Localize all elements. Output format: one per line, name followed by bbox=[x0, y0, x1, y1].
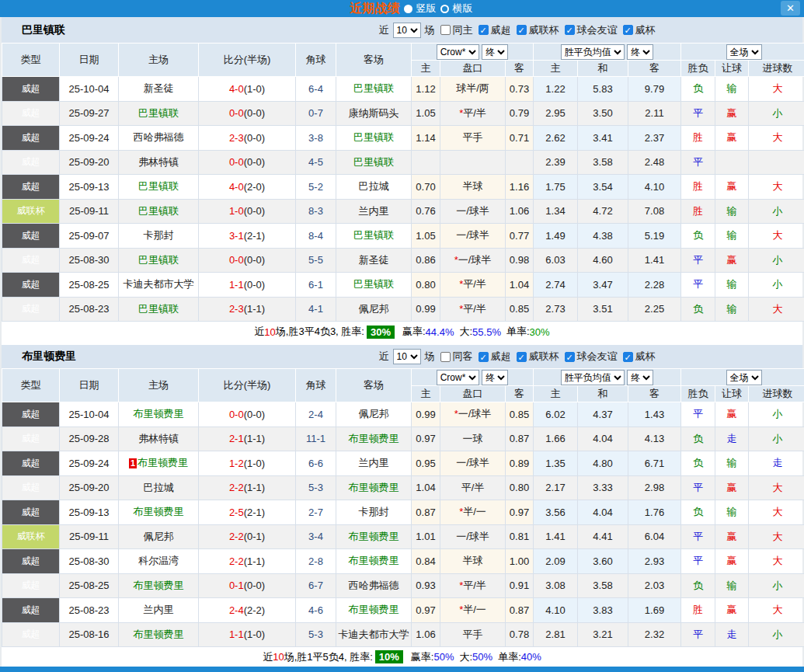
handicap-line: 球半/两 bbox=[456, 82, 489, 94]
red-card-badge: 1 bbox=[129, 458, 137, 468]
avg-draw: 3.58 bbox=[578, 573, 628, 598]
home-team: 布里顿费里 bbox=[119, 402, 199, 427]
fulltime-score: 2-2 bbox=[229, 531, 244, 542]
odds-away: 1.00 bbox=[506, 549, 534, 574]
league-label-friendly: 球会友谊 bbox=[577, 350, 618, 364]
league-checkbox-leaguecup[interactable]: ✓ bbox=[517, 25, 527, 35]
main-content: 巴里镇联 近 10 场 同主 ✓ 威超 ✓ 威联杯 ✓ 球会友谊 ✓ 威杯 类型 bbox=[2, 17, 802, 667]
league-checkbox-cup[interactable]: ✓ bbox=[623, 25, 633, 35]
close-icon[interactable]: ✕ bbox=[781, 1, 800, 16]
avg-away: 9.79 bbox=[628, 77, 681, 102]
result-goals: 大 bbox=[749, 475, 804, 500]
fulltime-score: 0-0 bbox=[229, 107, 244, 119]
score: 0-0(0-0) bbox=[199, 248, 296, 273]
away-team-name: 巴里镇联 bbox=[353, 278, 394, 290]
avg-type-select[interactable]: 胜平负均值 bbox=[561, 370, 625, 385]
team-name-2: 布里顿费里 bbox=[22, 350, 76, 364]
home-team-name: 布里顿费里 bbox=[134, 408, 184, 420]
radio-vertical[interactable] bbox=[404, 5, 412, 13]
fulltime-score: 4-0 bbox=[229, 181, 244, 193]
league-checkbox-cup[interactable]: ✓ bbox=[623, 352, 633, 362]
match-count-select[interactable]: 10 bbox=[393, 23, 421, 38]
league-checkbox-super[interactable]: ✓ bbox=[479, 25, 489, 35]
home-team-name: 巴里镇联 bbox=[138, 205, 179, 217]
odds-final-select[interactable]: 终 bbox=[482, 44, 508, 60]
odds-line: 一球 bbox=[440, 427, 506, 451]
score: 1-1(0-0) bbox=[199, 273, 296, 298]
result-goals: 小 bbox=[749, 573, 804, 598]
avg-draw: 5.83 bbox=[578, 77, 628, 102]
handicap-line: 半球 bbox=[463, 555, 483, 566]
odds-final-select[interactable]: 终 bbox=[482, 370, 508, 385]
odds-away: 0.87 bbox=[506, 598, 534, 623]
near-label: 近 bbox=[379, 350, 389, 364]
home-team: 卡迪夫都市大学 bbox=[119, 273, 199, 298]
score: 1-1(1-0) bbox=[199, 622, 296, 647]
matches-table-2: 类型 日期 主场 比分(半场) 角球 客场 Crow* 终 胜平负均值 终 全场 bbox=[2, 368, 804, 647]
home-team-name: 卡那封 bbox=[144, 229, 174, 241]
odds-away: 0.87 bbox=[506, 427, 534, 451]
league-label-leaguecup: 威联杯 bbox=[529, 23, 559, 37]
scope-select[interactable]: 全场 bbox=[726, 370, 762, 385]
fulltime-score: 2-2 bbox=[229, 555, 244, 567]
match-row: 威超25-09-28弗林特镇2-1(1-1)11-1布里顿费里0.97一球0.8… bbox=[2, 427, 804, 451]
match-row: 威超25-09-20弗林特镇0-0(0-0)4-5巴里镇联2.393.582.4… bbox=[2, 150, 804, 175]
away-team: 佩尼邦 bbox=[336, 402, 412, 427]
away-team: 布里顿费里 bbox=[336, 598, 412, 623]
win-rate-badge: 30% bbox=[367, 326, 395, 339]
match-row: 威超25-09-20巴拉城2-2(1-1)5-3布里顿费里1.04平/半0.80… bbox=[2, 475, 804, 500]
avg-draw: 4.04 bbox=[578, 500, 628, 525]
score: 0-1(0-0) bbox=[199, 573, 296, 598]
col-away: 客场 bbox=[336, 44, 412, 77]
odds-home: 0.97 bbox=[412, 598, 440, 623]
avg-final-select[interactable]: 终 bbox=[627, 370, 653, 385]
home-team-name: 巴里镇联 bbox=[138, 254, 179, 266]
fulltime-score: 1-2 bbox=[229, 458, 244, 469]
odds-away: 0.98 bbox=[506, 248, 534, 273]
same-venue-checkbox[interactable] bbox=[440, 352, 451, 362]
match-type: 威超 bbox=[2, 622, 60, 647]
away-team-name: 兰内里 bbox=[359, 205, 389, 217]
avg-home: 1.41 bbox=[534, 524, 578, 549]
fulltime-score: 0-0 bbox=[229, 409, 244, 420]
odds-company-select[interactable]: Crow* bbox=[437, 44, 479, 60]
away-team: 布里顿费里 bbox=[336, 524, 412, 549]
subcol-odds-line: 盘口 bbox=[440, 61, 506, 77]
odds-line: 一/球半 bbox=[440, 451, 506, 476]
handicap-line: 一/球半 bbox=[456, 229, 489, 241]
single-label: 单率: bbox=[506, 325, 530, 339]
scope-select[interactable]: 全场 bbox=[726, 44, 762, 60]
subcol-odds-home: 主 bbox=[412, 386, 440, 402]
result-goals bbox=[749, 150, 804, 175]
avg-away: 5.19 bbox=[628, 224, 681, 249]
league-checkbox-super[interactable]: ✓ bbox=[479, 352, 489, 362]
fulltime-score: 0-0 bbox=[229, 156, 244, 168]
avg-home: 1.49 bbox=[534, 224, 578, 249]
home-team-name: 巴里镇联 bbox=[138, 180, 179, 192]
same-venue-checkbox[interactable] bbox=[440, 25, 451, 35]
big-label: 大: bbox=[459, 325, 472, 339]
result-goals: 大 bbox=[749, 297, 804, 322]
radio-horizontal[interactable] bbox=[440, 5, 449, 13]
match-count-select[interactable]: 10 bbox=[393, 349, 421, 364]
avg-away: 2.32 bbox=[628, 622, 681, 647]
odds-home bbox=[412, 150, 440, 175]
fulltime-score: 0-1 bbox=[229, 580, 244, 591]
odds-away: 0.89 bbox=[506, 451, 534, 476]
score: 0-0(0-0) bbox=[199, 101, 296, 126]
league-checkbox-leaguecup[interactable]: ✓ bbox=[517, 352, 527, 362]
odds-company-select[interactable]: Crow* bbox=[437, 370, 479, 385]
avg-away: 7.08 bbox=[628, 199, 681, 224]
big-value: 55.5% bbox=[472, 326, 501, 338]
league-checkbox-friendly[interactable]: ✓ bbox=[565, 25, 575, 35]
avg-home: 1.34 bbox=[534, 199, 578, 224]
avg-final-select[interactable]: 终 bbox=[627, 44, 653, 60]
odds-line: 一/球半 bbox=[440, 524, 506, 549]
avg-home: 6.02 bbox=[534, 402, 578, 427]
avg-home: 1.75 bbox=[534, 175, 578, 200]
home-team: 卡那封 bbox=[119, 224, 199, 249]
handicap-line: 平/半 bbox=[463, 580, 486, 591]
near-label: 近 bbox=[379, 23, 389, 37]
league-checkbox-friendly[interactable]: ✓ bbox=[565, 352, 575, 362]
avg-type-select[interactable]: 胜平负均值 bbox=[561, 44, 625, 60]
